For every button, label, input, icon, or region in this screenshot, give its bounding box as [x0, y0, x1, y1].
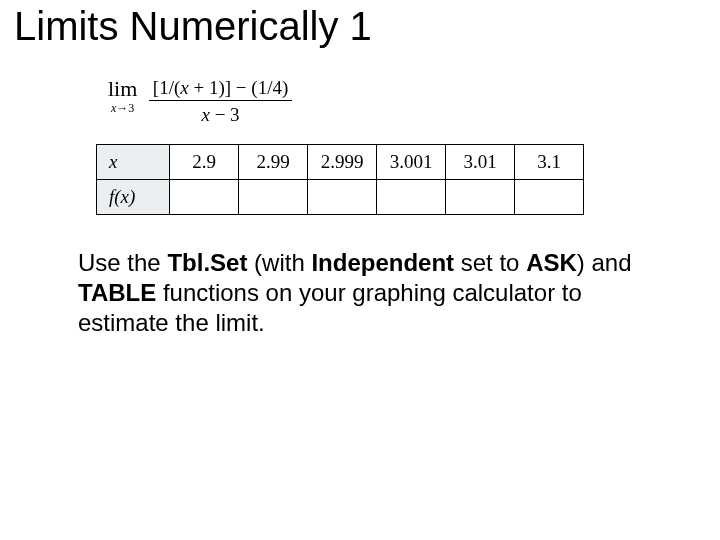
- instr-seg: set to: [454, 249, 526, 276]
- table-row: f(x): [97, 180, 584, 215]
- table-cell: [308, 180, 377, 215]
- values-table: x 2.9 2.99 2.999 3.001 3.01 3.1 f(x): [96, 144, 584, 215]
- instruction-text: Use the Tbl.Set (with Independent set to…: [78, 248, 638, 338]
- table-cell: [239, 180, 308, 215]
- instr-bold-tblset: Tbl.Set: [167, 249, 247, 276]
- table-cell: 3.1: [515, 145, 584, 180]
- instr-seg: (with: [247, 249, 311, 276]
- limit-approach: x→3: [108, 102, 137, 114]
- row-header-x: x: [97, 145, 170, 180]
- row-header-fx: f(x): [97, 180, 170, 215]
- table-cell: [170, 180, 239, 215]
- limit-fraction: [1/(x + 1)] − (1/4) x − 3: [149, 78, 292, 124]
- instr-seg: ) and: [577, 249, 632, 276]
- table-cell: [446, 180, 515, 215]
- instr-seg: Use the: [78, 249, 167, 276]
- table-cell: 2.99: [239, 145, 308, 180]
- table-cell: 3.001: [377, 145, 446, 180]
- page-title: Limits Numerically 1: [14, 4, 372, 49]
- table-cell: [377, 180, 446, 215]
- table-cell: 2.9: [170, 145, 239, 180]
- instr-bold-table: TABLE: [78, 279, 156, 306]
- slide: Limits Numerically 1 lim x→3 [1/(x + 1)]…: [0, 0, 720, 540]
- table-row: x 2.9 2.99 2.999 3.001 3.01 3.1: [97, 145, 584, 180]
- table-cell: 2.999: [308, 145, 377, 180]
- table-cell: 3.01: [446, 145, 515, 180]
- instr-bold-ask: ASK: [526, 249, 577, 276]
- limit-expression: lim x→3 [1/(x + 1)] − (1/4) x − 3: [108, 78, 292, 124]
- instr-bold-independent: Independent: [311, 249, 454, 276]
- limit-numerator: [1/(x + 1)] − (1/4): [149, 78, 292, 101]
- table-cell: [515, 180, 584, 215]
- limit-operator: lim x→3: [108, 78, 137, 114]
- limit-lim: lim: [108, 78, 137, 100]
- limit-denominator: x − 3: [149, 101, 292, 124]
